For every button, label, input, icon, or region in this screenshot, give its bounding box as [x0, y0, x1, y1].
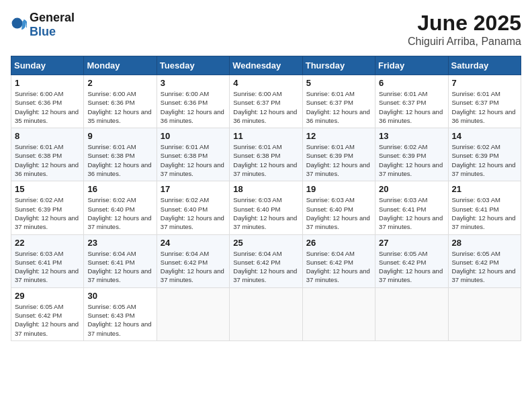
day-detail: Sunrise: 6:03 AM Sunset: 6:40 PM Dayligh… [306, 195, 371, 231]
logo-blue: Blue [30, 25, 56, 38]
day-detail: Sunrise: 6:00 AM Sunset: 6:36 PM Dayligh… [15, 89, 80, 125]
day-number: 23 [87, 238, 152, 248]
calendar-cell: 26 Sunrise: 6:04 AM Sunset: 6:42 PM Dayl… [302, 234, 375, 287]
day-detail: Sunrise: 6:04 AM Sunset: 6:42 PM Dayligh… [161, 249, 226, 285]
calendar-cell: 30 Sunrise: 6:05 AM Sunset: 6:43 PM Dayl… [84, 287, 157, 340]
day-detail: Sunrise: 6:01 AM Sunset: 6:38 PM Dayligh… [15, 142, 80, 178]
day-number: 7 [452, 78, 517, 88]
column-header-friday: Friday [375, 56, 448, 75]
column-header-sunday: Sunday [11, 56, 84, 75]
day-detail: Sunrise: 6:03 AM Sunset: 6:41 PM Dayligh… [379, 195, 444, 231]
day-detail: Sunrise: 6:00 AM Sunset: 6:36 PM Dayligh… [87, 89, 152, 125]
calendar-cell: 12 Sunrise: 6:01 AM Sunset: 6:39 PM Dayl… [302, 128, 375, 181]
calendar-cell: 24 Sunrise: 6:04 AM Sunset: 6:42 PM Dayl… [157, 234, 229, 287]
day-number: 9 [87, 131, 152, 141]
day-detail: Sunrise: 6:02 AM Sunset: 6:39 PM Dayligh… [15, 195, 80, 231]
day-number: 27 [379, 238, 444, 248]
day-detail: Sunrise: 6:04 AM Sunset: 6:42 PM Dayligh… [306, 249, 371, 285]
column-header-saturday: Saturday [448, 56, 521, 75]
subtitle: Chiguiri Arriba, Panama [408, 36, 521, 48]
column-header-wednesday: Wednesday [230, 56, 302, 75]
day-number: 17 [161, 184, 226, 194]
calendar-cell: 3 Sunrise: 6:00 AM Sunset: 6:36 PM Dayli… [157, 75, 229, 128]
day-number: 13 [379, 131, 444, 141]
day-number: 24 [161, 238, 226, 248]
svg-point-0 [12, 18, 23, 29]
calendar-week-2: 8 Sunrise: 6:01 AM Sunset: 6:38 PM Dayli… [11, 128, 521, 181]
day-detail: Sunrise: 6:05 AM Sunset: 6:42 PM Dayligh… [379, 249, 444, 285]
calendar-cell: 13 Sunrise: 6:02 AM Sunset: 6:39 PM Dayl… [375, 128, 448, 181]
day-number: 3 [161, 78, 226, 88]
calendar-cell: 22 Sunrise: 6:03 AM Sunset: 6:41 PM Dayl… [11, 234, 84, 287]
day-number: 26 [306, 238, 371, 248]
calendar-cell: 20 Sunrise: 6:03 AM Sunset: 6:41 PM Dayl… [375, 181, 448, 234]
day-detail: Sunrise: 6:01 AM Sunset: 6:38 PM Dayligh… [161, 142, 226, 178]
logo-text: General Blue [30, 11, 75, 39]
day-number: 19 [306, 184, 371, 194]
day-number: 2 [87, 78, 152, 88]
day-detail: Sunrise: 6:00 AM Sunset: 6:37 PM Dayligh… [233, 89, 298, 125]
logo-general: General [30, 11, 75, 24]
day-number: 20 [379, 184, 444, 194]
calendar: SundayMondayTuesdayWednesdayThursdayFrid… [11, 56, 521, 341]
day-detail: Sunrise: 6:01 AM Sunset: 6:38 PM Dayligh… [233, 142, 298, 178]
day-number: 22 [15, 238, 80, 248]
day-number: 5 [306, 78, 371, 88]
calendar-week-4: 22 Sunrise: 6:03 AM Sunset: 6:41 PM Dayl… [11, 234, 521, 287]
day-detail: Sunrise: 6:01 AM Sunset: 6:38 PM Dayligh… [87, 142, 152, 178]
day-detail: Sunrise: 6:04 AM Sunset: 6:42 PM Dayligh… [233, 249, 298, 285]
day-detail: Sunrise: 6:05 AM Sunset: 6:42 PM Dayligh… [452, 249, 517, 285]
day-detail: Sunrise: 6:01 AM Sunset: 6:37 PM Dayligh… [379, 89, 444, 125]
calendar-cell: 19 Sunrise: 6:03 AM Sunset: 6:40 PM Dayl… [302, 181, 375, 234]
day-detail: Sunrise: 6:01 AM Sunset: 6:39 PM Dayligh… [306, 142, 371, 178]
logo: General Blue [11, 11, 75, 39]
calendar-cell [302, 287, 375, 340]
day-detail: Sunrise: 6:02 AM Sunset: 6:39 PM Dayligh… [379, 142, 444, 178]
day-number: 21 [452, 184, 517, 194]
calendar-cell: 29 Sunrise: 6:05 AM Sunset: 6:42 PM Dayl… [11, 287, 84, 340]
calendar-cell: 5 Sunrise: 6:01 AM Sunset: 6:37 PM Dayli… [302, 75, 375, 128]
day-detail: Sunrise: 6:01 AM Sunset: 6:37 PM Dayligh… [452, 89, 517, 125]
logo-icon [11, 17, 27, 33]
day-detail: Sunrise: 6:04 AM Sunset: 6:41 PM Dayligh… [87, 249, 152, 285]
calendar-cell: 25 Sunrise: 6:04 AM Sunset: 6:42 PM Dayl… [230, 234, 302, 287]
day-detail: Sunrise: 6:03 AM Sunset: 6:40 PM Dayligh… [233, 195, 298, 231]
day-detail: Sunrise: 6:02 AM Sunset: 6:40 PM Dayligh… [87, 195, 152, 231]
calendar-cell: 4 Sunrise: 6:00 AM Sunset: 6:37 PM Dayli… [230, 75, 302, 128]
calendar-cell [230, 287, 302, 340]
calendar-cell: 7 Sunrise: 6:01 AM Sunset: 6:37 PM Dayli… [448, 75, 521, 128]
main-title: June 2025 [408, 11, 521, 36]
day-number: 4 [233, 78, 298, 88]
calendar-cell: 21 Sunrise: 6:03 AM Sunset: 6:41 PM Dayl… [448, 181, 521, 234]
column-header-monday: Monday [84, 56, 157, 75]
day-number: 12 [306, 131, 371, 141]
calendar-cell: 6 Sunrise: 6:01 AM Sunset: 6:37 PM Dayli… [375, 75, 448, 128]
calendar-cell: 2 Sunrise: 6:00 AM Sunset: 6:36 PM Dayli… [84, 75, 157, 128]
column-header-tuesday: Tuesday [157, 56, 229, 75]
calendar-cell: 28 Sunrise: 6:05 AM Sunset: 6:42 PM Dayl… [448, 234, 521, 287]
calendar-cell [157, 287, 229, 340]
day-number: 10 [161, 131, 226, 141]
day-number: 11 [233, 131, 298, 141]
day-detail: Sunrise: 6:03 AM Sunset: 6:41 PM Dayligh… [452, 195, 517, 231]
day-detail: Sunrise: 6:02 AM Sunset: 6:39 PM Dayligh… [452, 142, 517, 178]
calendar-cell [448, 287, 521, 340]
calendar-cell: 16 Sunrise: 6:02 AM Sunset: 6:40 PM Dayl… [84, 181, 157, 234]
calendar-cell: 18 Sunrise: 6:03 AM Sunset: 6:40 PM Dayl… [230, 181, 302, 234]
day-number: 28 [452, 238, 517, 248]
calendar-cell: 23 Sunrise: 6:04 AM Sunset: 6:41 PM Dayl… [84, 234, 157, 287]
day-detail: Sunrise: 6:05 AM Sunset: 6:43 PM Dayligh… [87, 302, 152, 338]
day-number: 14 [452, 131, 517, 141]
calendar-cell: 17 Sunrise: 6:02 AM Sunset: 6:40 PM Dayl… [157, 181, 229, 234]
calendar-week-1: 1 Sunrise: 6:00 AM Sunset: 6:36 PM Dayli… [11, 75, 521, 128]
day-detail: Sunrise: 6:02 AM Sunset: 6:40 PM Dayligh… [161, 195, 226, 231]
calendar-cell: 10 Sunrise: 6:01 AM Sunset: 6:38 PM Dayl… [157, 128, 229, 181]
calendar-header-row: SundayMondayTuesdayWednesdayThursdayFrid… [11, 56, 521, 75]
day-number: 15 [15, 184, 80, 194]
day-number: 8 [15, 131, 80, 141]
calendar-cell: 27 Sunrise: 6:05 AM Sunset: 6:42 PM Dayl… [375, 234, 448, 287]
calendar-cell: 1 Sunrise: 6:00 AM Sunset: 6:36 PM Dayli… [11, 75, 84, 128]
day-number: 6 [379, 78, 444, 88]
day-detail: Sunrise: 6:00 AM Sunset: 6:36 PM Dayligh… [161, 89, 226, 125]
day-number: 16 [87, 184, 152, 194]
